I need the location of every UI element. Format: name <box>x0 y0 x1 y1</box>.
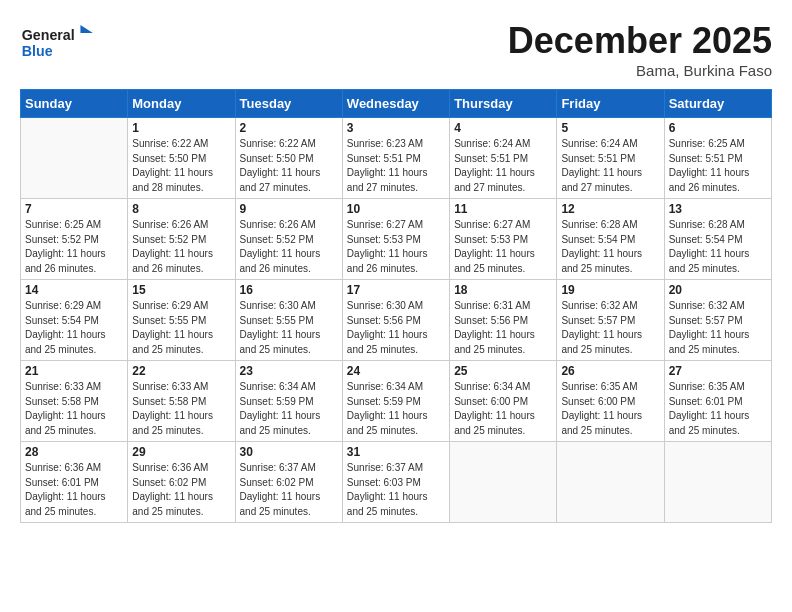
day-number: 22 <box>132 364 230 378</box>
calendar-cell: 28Sunrise: 6:36 AM Sunset: 6:01 PM Dayli… <box>21 442 128 523</box>
calendar-cell: 27Sunrise: 6:35 AM Sunset: 6:01 PM Dayli… <box>664 361 771 442</box>
day-number: 9 <box>240 202 338 216</box>
logo-svg: General Blue <box>20 20 100 70</box>
calendar-table: SundayMondayTuesdayWednesdayThursdayFrid… <box>20 89 772 523</box>
day-detail: Sunrise: 6:31 AM Sunset: 5:56 PM Dayligh… <box>454 299 552 357</box>
day-detail: Sunrise: 6:28 AM Sunset: 5:54 PM Dayligh… <box>561 218 659 276</box>
weekday-header-saturday: Saturday <box>664 90 771 118</box>
day-number: 14 <box>25 283 123 297</box>
day-detail: Sunrise: 6:25 AM Sunset: 5:51 PM Dayligh… <box>669 137 767 195</box>
day-number: 27 <box>669 364 767 378</box>
day-number: 31 <box>347 445 445 459</box>
calendar-cell: 17Sunrise: 6:30 AM Sunset: 5:56 PM Dayli… <box>342 280 449 361</box>
calendar-cell: 21Sunrise: 6:33 AM Sunset: 5:58 PM Dayli… <box>21 361 128 442</box>
week-row-1: 1Sunrise: 6:22 AM Sunset: 5:50 PM Daylig… <box>21 118 772 199</box>
calendar-cell: 26Sunrise: 6:35 AM Sunset: 6:00 PM Dayli… <box>557 361 664 442</box>
calendar-cell: 7Sunrise: 6:25 AM Sunset: 5:52 PM Daylig… <box>21 199 128 280</box>
calendar-cell <box>664 442 771 523</box>
calendar-cell: 5Sunrise: 6:24 AM Sunset: 5:51 PM Daylig… <box>557 118 664 199</box>
svg-text:General: General <box>22 27 75 43</box>
weekday-header-wednesday: Wednesday <box>342 90 449 118</box>
calendar-cell: 24Sunrise: 6:34 AM Sunset: 5:59 PM Dayli… <box>342 361 449 442</box>
weekday-header-friday: Friday <box>557 90 664 118</box>
day-detail: Sunrise: 6:33 AM Sunset: 5:58 PM Dayligh… <box>132 380 230 438</box>
day-number: 5 <box>561 121 659 135</box>
day-number: 21 <box>25 364 123 378</box>
day-detail: Sunrise: 6:33 AM Sunset: 5:58 PM Dayligh… <box>25 380 123 438</box>
calendar-cell: 9Sunrise: 6:26 AM Sunset: 5:52 PM Daylig… <box>235 199 342 280</box>
page-header: General Blue December 2025 Bama, Burkina… <box>20 20 772 79</box>
day-number: 28 <box>25 445 123 459</box>
svg-marker-1 <box>80 25 92 33</box>
day-detail: Sunrise: 6:36 AM Sunset: 6:02 PM Dayligh… <box>132 461 230 519</box>
day-number: 10 <box>347 202 445 216</box>
calendar-cell: 19Sunrise: 6:32 AM Sunset: 5:57 PM Dayli… <box>557 280 664 361</box>
calendar-cell: 12Sunrise: 6:28 AM Sunset: 5:54 PM Dayli… <box>557 199 664 280</box>
day-detail: Sunrise: 6:23 AM Sunset: 5:51 PM Dayligh… <box>347 137 445 195</box>
weekday-header-sunday: Sunday <box>21 90 128 118</box>
day-number: 24 <box>347 364 445 378</box>
week-row-2: 7Sunrise: 6:25 AM Sunset: 5:52 PM Daylig… <box>21 199 772 280</box>
day-number: 4 <box>454 121 552 135</box>
day-detail: Sunrise: 6:22 AM Sunset: 5:50 PM Dayligh… <box>132 137 230 195</box>
day-number: 2 <box>240 121 338 135</box>
day-detail: Sunrise: 6:22 AM Sunset: 5:50 PM Dayligh… <box>240 137 338 195</box>
calendar-cell: 31Sunrise: 6:37 AM Sunset: 6:03 PM Dayli… <box>342 442 449 523</box>
day-number: 30 <box>240 445 338 459</box>
day-detail: Sunrise: 6:26 AM Sunset: 5:52 PM Dayligh… <box>240 218 338 276</box>
day-detail: Sunrise: 6:25 AM Sunset: 5:52 PM Dayligh… <box>25 218 123 276</box>
day-detail: Sunrise: 6:24 AM Sunset: 5:51 PM Dayligh… <box>561 137 659 195</box>
day-detail: Sunrise: 6:36 AM Sunset: 6:01 PM Dayligh… <box>25 461 123 519</box>
day-detail: Sunrise: 6:34 AM Sunset: 5:59 PM Dayligh… <box>347 380 445 438</box>
calendar-cell <box>557 442 664 523</box>
day-number: 20 <box>669 283 767 297</box>
location-subtitle: Bama, Burkina Faso <box>508 62 772 79</box>
calendar-cell: 20Sunrise: 6:32 AM Sunset: 5:57 PM Dayli… <box>664 280 771 361</box>
day-detail: Sunrise: 6:37 AM Sunset: 6:02 PM Dayligh… <box>240 461 338 519</box>
day-detail: Sunrise: 6:30 AM Sunset: 5:55 PM Dayligh… <box>240 299 338 357</box>
calendar-cell: 16Sunrise: 6:30 AM Sunset: 5:55 PM Dayli… <box>235 280 342 361</box>
day-number: 8 <box>132 202 230 216</box>
day-detail: Sunrise: 6:29 AM Sunset: 5:55 PM Dayligh… <box>132 299 230 357</box>
day-detail: Sunrise: 6:27 AM Sunset: 5:53 PM Dayligh… <box>454 218 552 276</box>
day-number: 29 <box>132 445 230 459</box>
calendar-cell: 18Sunrise: 6:31 AM Sunset: 5:56 PM Dayli… <box>450 280 557 361</box>
day-number: 16 <box>240 283 338 297</box>
day-detail: Sunrise: 6:34 AM Sunset: 5:59 PM Dayligh… <box>240 380 338 438</box>
calendar-cell: 11Sunrise: 6:27 AM Sunset: 5:53 PM Dayli… <box>450 199 557 280</box>
day-detail: Sunrise: 6:37 AM Sunset: 6:03 PM Dayligh… <box>347 461 445 519</box>
day-detail: Sunrise: 6:27 AM Sunset: 5:53 PM Dayligh… <box>347 218 445 276</box>
day-detail: Sunrise: 6:35 AM Sunset: 6:01 PM Dayligh… <box>669 380 767 438</box>
day-detail: Sunrise: 6:24 AM Sunset: 5:51 PM Dayligh… <box>454 137 552 195</box>
day-detail: Sunrise: 6:30 AM Sunset: 5:56 PM Dayligh… <box>347 299 445 357</box>
week-row-4: 21Sunrise: 6:33 AM Sunset: 5:58 PM Dayli… <box>21 361 772 442</box>
calendar-cell: 4Sunrise: 6:24 AM Sunset: 5:51 PM Daylig… <box>450 118 557 199</box>
day-number: 12 <box>561 202 659 216</box>
day-number: 15 <box>132 283 230 297</box>
calendar-cell: 14Sunrise: 6:29 AM Sunset: 5:54 PM Dayli… <box>21 280 128 361</box>
title-block: December 2025 Bama, Burkina Faso <box>508 20 772 79</box>
calendar-cell: 22Sunrise: 6:33 AM Sunset: 5:58 PM Dayli… <box>128 361 235 442</box>
calendar-cell: 3Sunrise: 6:23 AM Sunset: 5:51 PM Daylig… <box>342 118 449 199</box>
weekday-header-tuesday: Tuesday <box>235 90 342 118</box>
day-number: 17 <box>347 283 445 297</box>
calendar-cell <box>450 442 557 523</box>
svg-text:Blue: Blue <box>22 43 53 59</box>
calendar-cell: 23Sunrise: 6:34 AM Sunset: 5:59 PM Dayli… <box>235 361 342 442</box>
weekday-header-thursday: Thursday <box>450 90 557 118</box>
calendar-cell: 29Sunrise: 6:36 AM Sunset: 6:02 PM Dayli… <box>128 442 235 523</box>
calendar-cell <box>21 118 128 199</box>
day-number: 7 <box>25 202 123 216</box>
calendar-cell: 6Sunrise: 6:25 AM Sunset: 5:51 PM Daylig… <box>664 118 771 199</box>
day-number: 3 <box>347 121 445 135</box>
day-detail: Sunrise: 6:26 AM Sunset: 5:52 PM Dayligh… <box>132 218 230 276</box>
day-number: 25 <box>454 364 552 378</box>
calendar-cell: 2Sunrise: 6:22 AM Sunset: 5:50 PM Daylig… <box>235 118 342 199</box>
day-detail: Sunrise: 6:34 AM Sunset: 6:00 PM Dayligh… <box>454 380 552 438</box>
day-number: 18 <box>454 283 552 297</box>
day-number: 23 <box>240 364 338 378</box>
weekday-header-row: SundayMondayTuesdayWednesdayThursdayFrid… <box>21 90 772 118</box>
week-row-5: 28Sunrise: 6:36 AM Sunset: 6:01 PM Dayli… <box>21 442 772 523</box>
calendar-cell: 13Sunrise: 6:28 AM Sunset: 5:54 PM Dayli… <box>664 199 771 280</box>
logo: General Blue <box>20 20 100 70</box>
